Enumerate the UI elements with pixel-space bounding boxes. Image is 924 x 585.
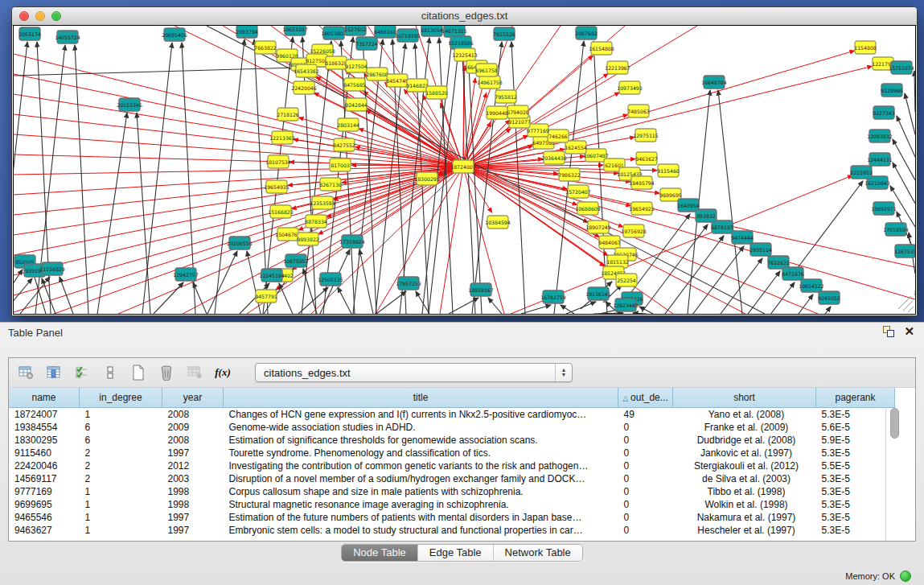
table-row[interactable]: 946362711997Embryonic stem cells: a mode… bbox=[9, 524, 895, 537]
edge[interactable] bbox=[765, 307, 831, 314]
cell-name[interactable]: 18300295 bbox=[9, 434, 80, 447]
edge[interactable] bbox=[279, 283, 293, 314]
table-select-dropdown[interactable]: citations_edges.txt ▲▼ bbox=[255, 363, 573, 382]
cell-title[interactable]: Tourette syndrome. Phenomenology and cla… bbox=[224, 447, 618, 459]
cell-pagerank[interactable]: 5.3E-5 bbox=[816, 408, 895, 422]
table-row[interactable]: 911546021997Tourette syndrome. Phenomeno… bbox=[9, 447, 895, 459]
edge[interactable] bbox=[718, 90, 742, 314]
edge[interactable] bbox=[60, 277, 73, 314]
cell-name[interactable]: 9777169 bbox=[9, 485, 80, 498]
cell-title[interactable]: Investigating the contribution of common… bbox=[224, 459, 618, 472]
cell-year[interactable]: 2008 bbox=[162, 408, 224, 422]
float-panel-button[interactable] bbox=[883, 326, 894, 337]
cell-year[interactable]: 2008 bbox=[162, 434, 224, 447]
cell-out_degree[interactable]: 0 bbox=[618, 485, 673, 498]
cell-title[interactable]: Estimation of the future numbers of pati… bbox=[224, 511, 618, 524]
cell-title[interactable]: Changes of HCN gene expression and I(f) … bbox=[224, 408, 618, 422]
cell-name[interactable]: 14569117 bbox=[9, 472, 80, 485]
table-row[interactable]: 1872400712008Changes of HCN gene express… bbox=[9, 408, 895, 422]
column-header-in_degree[interactable]: in_degree bbox=[80, 388, 162, 408]
column-visibility-button[interactable] bbox=[45, 364, 63, 381]
cell-out_degree[interactable]: 0 bbox=[618, 459, 673, 472]
edge[interactable] bbox=[905, 93, 915, 134]
cell-short[interactable]: Tibbo et al. (1998) bbox=[673, 485, 816, 498]
cell-in_degree[interactable]: 6 bbox=[80, 434, 162, 447]
resize-grip-icon[interactable] bbox=[908, 307, 914, 312]
cell-pagerank[interactable]: 5.3E-5 bbox=[816, 498, 895, 511]
column-header-year[interactable]: year bbox=[162, 388, 224, 408]
column-header-pagerank[interactable]: pagerank bbox=[816, 388, 895, 408]
cell-title[interactable]: Genome-wide association studies in ADHD. bbox=[224, 421, 618, 434]
cell-out_degree[interactable]: 0 bbox=[618, 421, 673, 434]
edge[interactable] bbox=[468, 51, 482, 314]
table-row[interactable]: 977716911998Corpus callosum shape and si… bbox=[9, 485, 895, 498]
cell-in_degree[interactable]: 1 bbox=[80, 524, 162, 537]
cell-in_degree[interactable]: 2 bbox=[80, 472, 162, 485]
cell-out_degree[interactable]: 49 bbox=[618, 408, 673, 422]
delete-column-button[interactable] bbox=[158, 364, 175, 381]
row-height-button[interactable] bbox=[101, 364, 119, 381]
edge[interactable] bbox=[893, 163, 915, 204]
node-table-tab[interactable]: Node Table bbox=[342, 545, 418, 561]
cell-year[interactable]: 1997 bbox=[162, 511, 224, 524]
zoom-window-button[interactable] bbox=[51, 11, 61, 21]
cell-out_degree[interactable]: 0 bbox=[618, 434, 673, 447]
table-row[interactable]: 969969511998Structural magnetic resonanc… bbox=[9, 498, 895, 511]
cell-name[interactable]: 18724007 bbox=[9, 408, 80, 422]
edge[interactable] bbox=[561, 305, 574, 314]
column-header-short[interactable]: short bbox=[673, 388, 816, 408]
edge[interactable] bbox=[914, 71, 915, 112]
column-header-name[interactable]: name bbox=[9, 388, 80, 408]
edge[interactable] bbox=[747, 295, 813, 314]
edge[interactable] bbox=[75, 45, 88, 314]
table-row[interactable]: 1456911722003Disruption of a novel membe… bbox=[9, 472, 895, 485]
cell-short[interactable]: Stergiakouli et al. (2012) bbox=[673, 459, 816, 472]
cell-pagerank[interactable]: 5.9E-5 bbox=[816, 434, 895, 447]
cell-title[interactable]: Disruption of a novel member of a sodium… bbox=[224, 472, 618, 485]
edge[interactable] bbox=[20, 277, 50, 314]
cell-pagerank[interactable]: 5.3E-5 bbox=[816, 485, 895, 498]
cell-pagerank[interactable]: 5.3E-5 bbox=[816, 472, 895, 485]
cell-short[interactable]: Jankovic et al. (1997) bbox=[673, 447, 816, 459]
table-row[interactable]: 2242004622012Investigating the contribut… bbox=[9, 459, 895, 472]
table-options-button[interactable] bbox=[17, 364, 35, 381]
cell-in_degree[interactable]: 2 bbox=[80, 447, 162, 459]
delete-table-button[interactable] bbox=[186, 364, 203, 381]
citation-edge[interactable] bbox=[14, 74, 463, 167]
cell-year[interactable]: 2009 bbox=[162, 421, 224, 434]
network-canvas[interactable]: 1872400720531741405572420691406209379410… bbox=[13, 25, 916, 315]
edge[interactable] bbox=[729, 282, 795, 314]
edge[interactable] bbox=[338, 287, 351, 314]
table-row[interactable]: 1938455462009Genome-wide association stu… bbox=[9, 421, 895, 434]
citation-edge[interactable] bbox=[363, 91, 463, 167]
edge[interactable] bbox=[154, 282, 183, 314]
window-titlebar[interactable]: citations_edges.txt bbox=[12, 7, 917, 26]
edge-table-tab[interactable]: Edge Table bbox=[418, 545, 494, 561]
column-header-out_degree[interactable]: △out_de... bbox=[618, 388, 673, 408]
table-scrollbar-thumb[interactable] bbox=[890, 408, 899, 439]
cell-name[interactable]: 19384554 bbox=[9, 421, 80, 434]
resize-grip-icon[interactable] bbox=[898, 296, 911, 309]
close-panel-button[interactable]: ✕ bbox=[904, 326, 914, 337]
cell-short[interactable]: de Silva et al. (2003) bbox=[673, 472, 816, 485]
create-column-button[interactable] bbox=[129, 364, 147, 381]
cell-year[interactable]: 2003 bbox=[162, 472, 224, 485]
network-table-tab[interactable]: Network Table bbox=[494, 545, 582, 561]
cell-in_degree[interactable]: 6 bbox=[80, 421, 162, 434]
citation-edge[interactable] bbox=[463, 167, 915, 299]
table-row[interactable]: 1830029562008Estimation of significance … bbox=[9, 434, 895, 447]
edge[interactable] bbox=[359, 249, 373, 314]
citation-edge[interactable] bbox=[405, 89, 463, 167]
edge[interactable] bbox=[488, 298, 502, 314]
cell-pagerank[interactable]: 5.3E-5 bbox=[816, 524, 895, 537]
minimize-window-button[interactable] bbox=[35, 11, 45, 21]
function-builder-button[interactable]: f(x) bbox=[214, 364, 232, 381]
citation-edge[interactable] bbox=[14, 114, 463, 167]
edge[interactable] bbox=[678, 246, 744, 314]
cell-title[interactable]: Corpus callosum shape and size in male p… bbox=[224, 485, 618, 498]
cell-name[interactable]: 9699695 bbox=[9, 498, 80, 511]
cell-pagerank[interactable]: 5.5E-5 bbox=[816, 459, 895, 472]
cell-year[interactable]: 2012 bbox=[162, 459, 224, 472]
cell-name[interactable]: 9115460 bbox=[9, 447, 80, 459]
edge[interactable] bbox=[639, 307, 653, 314]
